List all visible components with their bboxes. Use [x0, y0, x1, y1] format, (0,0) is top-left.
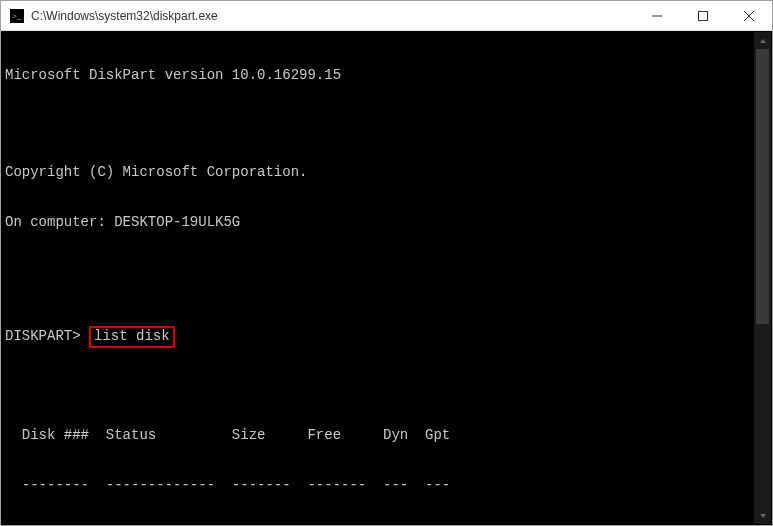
scroll-up-icon[interactable] — [754, 32, 771, 49]
minimize-button[interactable] — [634, 1, 680, 30]
svg-marker-7 — [760, 514, 766, 518]
app-icon: >_ — [9, 8, 25, 24]
prompt: DISKPART> — [5, 328, 89, 344]
close-button[interactable] — [726, 1, 772, 30]
version-line: Microsoft DiskPart version 10.0.16299.15 — [5, 67, 772, 85]
svg-marker-6 — [760, 39, 766, 43]
vertical-scrollbar[interactable] — [754, 32, 771, 524]
console-output[interactable]: Microsoft DiskPart version 10.0.16299.15… — [1, 31, 772, 525]
window-title: C:\Windows\system32\diskpart.exe — [31, 9, 634, 23]
scroll-down-icon[interactable] — [754, 507, 771, 524]
diskpart-window: >_ C:\Windows\system32\diskpart.exe Micr… — [0, 0, 773, 526]
copyright-line: Copyright (C) Microsoft Corporation. — [5, 164, 772, 182]
cmd-list-disk: list disk — [89, 326, 175, 348]
prompt-line-1: DISKPART> list disk — [5, 327, 772, 349]
computer-line: On computer: DESKTOP-19ULK5G — [5, 214, 772, 232]
svg-text:>_: >_ — [12, 11, 22, 21]
svg-rect-3 — [699, 11, 708, 20]
scroll-track[interactable] — [754, 49, 771, 507]
disk-table-header: Disk ### Status Size Free Dyn Gpt — [5, 427, 772, 445]
scroll-thumb[interactable] — [756, 49, 769, 324]
titlebar: >_ C:\Windows\system32\diskpart.exe — [1, 1, 772, 31]
window-controls — [634, 1, 772, 30]
maximize-button[interactable] — [680, 1, 726, 30]
disk-table-divider: -------- ------------- ------- ------- -… — [5, 477, 772, 495]
